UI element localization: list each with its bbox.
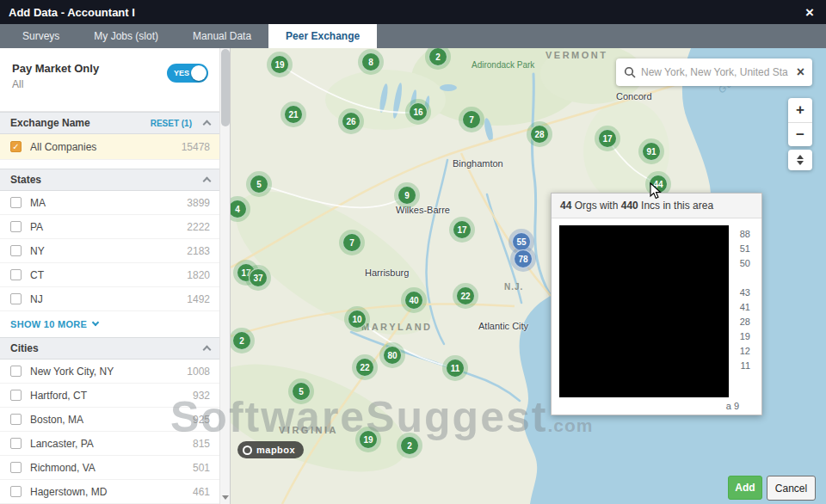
filter-count: 2183 [187,245,210,257]
pitch-toggle-button[interactable] [788,150,812,170]
map-cluster-marker[interactable]: 17 [453,220,472,239]
checkbox[interactable] [10,269,22,280]
map-cluster-marker[interactable]: 7 [342,233,361,252]
checkbox[interactable] [10,438,22,449]
checkbox[interactable] [10,462,22,473]
tab-manual-data[interactable]: Manual Data [176,24,268,48]
map-cluster-marker[interactable]: 5 [250,175,268,194]
map-cluster-marker[interactable]: 78 [514,249,533,268]
sidebar-scrollbar[interactable] [219,48,230,504]
map-cluster-marker[interactable]: 19 [359,430,378,449]
zoom-in-button[interactable]: + [788,98,812,122]
redaction-overlay [559,225,729,397]
map-cluster-marker[interactable]: 17 [598,129,617,148]
filter-row[interactable]: Hagerstown, MD461 [0,480,220,504]
search-icon [624,66,636,78]
filter-count: 501 [193,462,210,474]
zoom-controls: + − [788,98,812,146]
map-label: Wilkes-Barre [396,205,450,215]
filter-label: Hartford, CT [30,390,193,402]
map-cluster-marker[interactable]: 5 [292,382,311,401]
map-cluster-marker[interactable]: 28 [530,125,549,144]
checkbox[interactable] [10,486,22,497]
zoom-out-button[interactable]: − [788,122,812,146]
map-cluster-marker[interactable]: 37 [249,268,268,287]
tooltip-count: 43 [740,287,750,298]
map-cluster-marker[interactable]: 10 [348,310,367,329]
map-cluster-marker[interactable]: 16 [409,102,428,121]
map-cluster-marker[interactable]: 21 [284,105,303,124]
filter-row[interactable]: NY2183 [0,239,220,263]
filter-label: NJ [30,293,187,305]
reset-link[interactable]: RESET (1) [151,119,192,128]
filter-row[interactable]: ✓All Companies15478 [0,134,220,160]
pay-market-toggle[interactable]: YES [167,64,208,83]
map-cluster-marker[interactable]: 11 [446,359,465,378]
filter-row[interactable]: PA2222 [0,215,220,239]
tab-peer-exchange[interactable]: Peer Exchange [268,24,377,48]
map-cluster-marker[interactable]: 55 [512,232,531,251]
checkbox[interactable] [10,293,22,304]
filter-count: 15478 [182,141,210,153]
section-header-cities[interactable]: Cities [0,337,220,360]
map[interactable]: VERMONTAdirondack ParkConcordBinghamtonW… [231,48,826,504]
search-input[interactable] [641,66,792,78]
filter-row[interactable]: NJ1492 [0,287,220,311]
scrollbar-thumb[interactable] [221,49,230,126]
tab-surveys[interactable]: Surveys [5,24,77,48]
map-cluster-marker[interactable]: 8 [361,52,380,71]
chevron-up-icon[interactable] [203,346,212,354]
chevron-up-icon[interactable] [203,177,212,186]
map-cluster-marker[interactable]: 19 [270,55,289,74]
map-cluster-marker[interactable]: 9 [398,186,416,205]
map-cluster-marker[interactable]: 22 [456,286,475,305]
clear-search-icon[interactable]: × [797,65,804,79]
filter-sidebar: Pay Market Only All YES Exchange Name RE… [0,48,231,504]
show-more-link[interactable]: SHOW 10 MORE [0,311,220,337]
cancel-button[interactable]: Cancel [767,476,816,501]
checkbox[interactable] [10,414,22,425]
section-header-exchange-name[interactable]: Exchange Name RESET (1) [0,112,220,134]
add-button[interactable]: Add [728,476,762,500]
map-cluster-marker[interactable]: 2 [232,331,251,350]
filter-label: NY [30,245,187,257]
checkbox-checked[interactable]: ✓ [10,141,22,152]
filter-row[interactable]: New York City, NY1008 [0,360,220,384]
tooltip-partial-text: a 9 [726,401,739,411]
filter-count: 1820 [187,269,210,281]
map-cluster-marker[interactable]: 2 [400,436,419,455]
filter-row[interactable]: Lancaster, PA815 [0,432,220,456]
map-cluster-marker[interactable]: 91 [642,142,661,161]
filter-row[interactable]: Hartford, CT932 [0,384,220,408]
chevron-up-icon[interactable] [203,120,212,129]
filter-count: 925 [193,414,210,426]
filter-label: Boston, MA [30,414,193,426]
tooltip-body: a 9 885150434128191211 [552,218,761,415]
map-cluster-marker[interactable]: 2 [428,48,447,66]
map-cluster-marker[interactable]: 22 [355,358,374,377]
filter-row[interactable]: Boston, MA925 [0,408,220,432]
scrollbar-down-arrow[interactable] [220,490,231,504]
filter-row[interactable]: CT1820 [0,263,220,287]
cities-label: Cities [10,342,39,354]
filter-row[interactable]: Richmond, VA501 [0,456,220,480]
filter-count: 1008 [187,366,210,378]
section-header-states[interactable]: States [0,169,220,191]
map-cluster-marker[interactable]: 80 [383,346,402,365]
checkbox[interactable] [10,221,22,232]
map-label: Adirondack Park [472,60,534,70]
checkbox[interactable] [10,197,22,208]
checkbox[interactable] [10,366,22,377]
map-cluster-marker[interactable]: 44 [649,175,668,194]
map-cluster-marker[interactable]: 26 [342,112,361,131]
map-cluster-marker[interactable]: 40 [404,291,423,310]
filter-label: PA [30,221,187,233]
checkbox[interactable] [10,390,22,401]
mapbox-attribution[interactable]: mapbox [237,441,304,458]
filter-row[interactable]: MA3899 [0,191,220,215]
checkbox[interactable] [10,245,22,256]
map-cluster-marker[interactable]: 7 [462,110,481,129]
close-icon[interactable]: × [802,5,817,20]
tab-my-jobs-slot-[interactable]: My Jobs (slot) [77,24,176,48]
map-label: Concord [616,91,652,101]
